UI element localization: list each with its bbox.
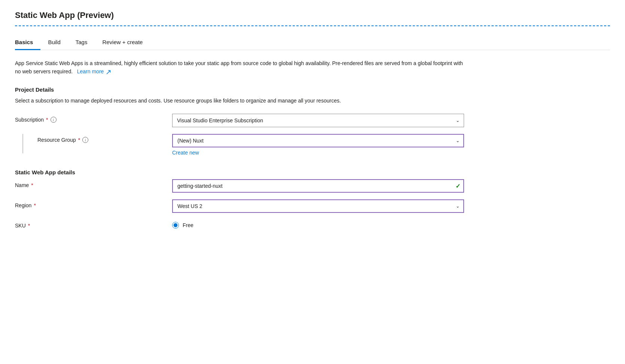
page-container: Static Web App (Preview) Basics Build Ta…	[0, 0, 625, 257]
subscription-info-icon[interactable]: i	[51, 117, 57, 123]
static-web-app-details-heading: Static Web App details	[15, 169, 610, 175]
region-input-col: West US 2 ⌄	[172, 199, 464, 213]
region-label-col: Region *	[15, 199, 172, 208]
resource-group-label-col: Resource Group * i	[37, 134, 172, 143]
subscription-required: *	[46, 117, 48, 123]
project-details-heading: Project Details	[15, 86, 610, 93]
project-details-subtext: Select a subscription to manage deployed…	[15, 97, 464, 105]
name-label-col: Name *	[15, 179, 172, 188]
subscription-select[interactable]: Visual Studio Enterprise Subscription	[172, 114, 464, 127]
tab-tags[interactable]: Tags	[68, 35, 95, 50]
divider	[15, 25, 610, 26]
external-link-icon	[106, 70, 111, 74]
name-input-col: ✓	[172, 179, 464, 193]
resource-group-info-icon[interactable]: i	[82, 137, 88, 143]
sku-label-col: SKU *	[15, 220, 172, 229]
region-required: *	[34, 202, 36, 208]
tab-review-create[interactable]: Review + create	[95, 35, 150, 50]
resource-group-container: Resource Group * i (New) Nuxt ⌄ Create n…	[15, 134, 610, 156]
name-input[interactable]	[172, 179, 464, 193]
tab-build[interactable]: Build	[40, 35, 68, 50]
name-input-wrapper: ✓	[172, 179, 464, 193]
resource-group-select[interactable]: (New) Nuxt	[172, 134, 464, 147]
create-new-link[interactable]: Create new	[172, 150, 199, 156]
sku-required: *	[28, 223, 30, 229]
subscription-label-col: Subscription * i	[15, 114, 172, 123]
indent-container	[15, 134, 37, 153]
tabs-nav: Basics Build Tags Review + create	[15, 35, 610, 50]
region-row: Region * West US 2 ⌄	[15, 199, 610, 213]
static-web-app-details-section: Static Web App details Name * ✓ Region *	[15, 169, 610, 229]
region-select[interactable]: West US 2	[172, 199, 464, 213]
description-text: App Service Static Web Apps is a streaml…	[15, 59, 464, 76]
name-row: Name * ✓	[15, 179, 610, 193]
subscription-select-wrapper: Visual Studio Enterprise Subscription ⌄	[172, 114, 464, 127]
page-title: Static Web App (Preview)	[15, 10, 610, 20]
resource-group-required: *	[78, 137, 80, 143]
sku-free-label: Free	[183, 222, 193, 228]
subscription-row: Subscription * i Visual Studio Enterpris…	[15, 114, 610, 127]
sku-row: SKU * Free	[15, 220, 610, 229]
region-select-wrapper: West US 2 ⌄	[172, 199, 464, 213]
subscription-input-col: Visual Studio Enterprise Subscription ⌄	[172, 114, 464, 127]
sku-free-radio[interactable]	[172, 222, 179, 229]
learn-more-link[interactable]: Learn more	[76, 68, 111, 74]
sku-input-col: Free	[172, 220, 464, 229]
vert-line	[22, 134, 23, 153]
name-check-icon: ✓	[455, 183, 460, 190]
sku-radio-group: Free	[172, 220, 464, 229]
resource-group-input-col: (New) Nuxt ⌄ Create new	[172, 134, 464, 156]
name-required: *	[31, 182, 33, 188]
tab-basics[interactable]: Basics	[15, 35, 40, 50]
project-details-section: Project Details Select a subscription to…	[15, 86, 610, 156]
resource-group-select-wrapper: (New) Nuxt ⌄	[172, 134, 464, 147]
